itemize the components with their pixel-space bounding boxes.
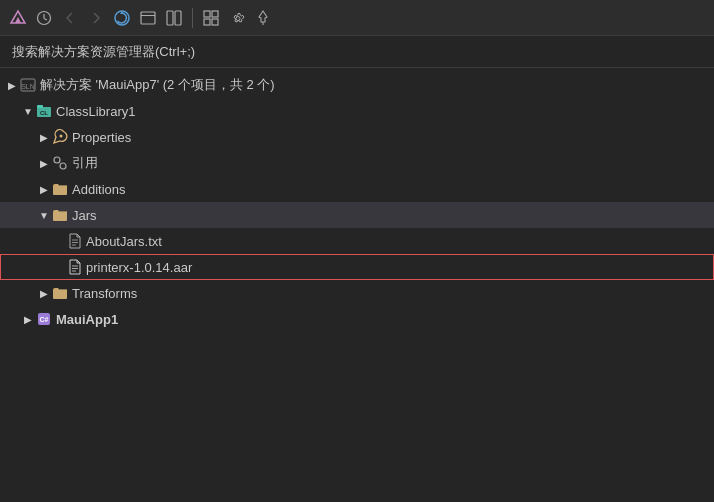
svg-rect-10 — [175, 11, 181, 25]
svg-point-22 — [60, 135, 63, 138]
svg-rect-11 — [204, 11, 210, 17]
svg-rect-13 — [204, 19, 210, 25]
mauiapp1-icon: C# — [36, 311, 52, 327]
printerx-file-icon — [68, 259, 82, 275]
chevron-transforms: ▶ — [36, 285, 52, 301]
refresh-icon[interactable] — [112, 8, 132, 28]
svg-point-23 — [54, 157, 60, 163]
svg-text:CL: CL — [40, 110, 48, 116]
vs-icon[interactable] — [8, 8, 28, 28]
tree-view: ▶ SLN 解决方案 'MauiApp7' (2 个项目，共 2 个) ▼ CL… — [0, 68, 714, 502]
chevron-solution: ▶ — [4, 77, 20, 93]
separator-1 — [192, 8, 193, 28]
tree-item-aboutjars[interactable]: ▶ AboutJars.txt — [0, 228, 714, 254]
properties-label: Properties — [72, 130, 131, 145]
svg-point-24 — [60, 163, 66, 169]
tree-item-solution[interactable]: ▶ SLN 解决方案 'MauiApp7' (2 个项目，共 2 个) — [0, 72, 714, 98]
wrench-icon — [52, 129, 68, 145]
tree-item-classlibrary1[interactable]: ▼ CL ClassLibrary1 — [0, 98, 714, 124]
transforms-label: Transforms — [72, 286, 137, 301]
additions-label: Additions — [72, 182, 125, 197]
tree-item-additions[interactable]: ▶ Additions — [0, 176, 714, 202]
chevron-properties: ▶ — [36, 129, 52, 145]
split-icon[interactable] — [164, 8, 184, 28]
svg-rect-14 — [212, 19, 218, 25]
svg-text:SLN: SLN — [21, 83, 35, 90]
chevron-jars: ▼ — [36, 207, 52, 223]
chevron-classlibrary1: ▼ — [20, 103, 36, 119]
printerx-label: printerx-1.0.14.aar — [86, 260, 192, 275]
references-icon — [52, 155, 68, 171]
svg-text:C#: C# — [40, 316, 49, 323]
svg-rect-7 — [141, 12, 155, 24]
chevron-additions: ▶ — [36, 181, 52, 197]
tree-item-properties[interactable]: ▶ Properties — [0, 124, 714, 150]
chevron-references: ▶ — [36, 155, 52, 171]
forward-icon[interactable] — [86, 8, 106, 28]
jars-label: Jars — [72, 208, 97, 223]
search-bar[interactable]: 搜索解决方案资源管理器(Ctrl+;) — [0, 36, 714, 68]
tree-item-jars[interactable]: ▼ Jars — [0, 202, 714, 228]
transforms-folder-icon — [52, 285, 68, 301]
pin-icon[interactable] — [253, 8, 273, 28]
svg-rect-8 — [141, 15, 155, 16]
references-label: 引用 — [72, 154, 98, 172]
tree-item-printerx[interactable]: ▶ printerx-1.0.14.aar — [0, 254, 714, 280]
additions-folder-icon — [52, 181, 68, 197]
grid-icon[interactable] — [201, 8, 221, 28]
svg-point-15 — [236, 16, 240, 20]
svg-marker-1 — [15, 17, 21, 23]
solution-icon: SLN — [20, 77, 36, 93]
tree-item-transforms[interactable]: ▶ Transforms — [0, 280, 714, 306]
svg-line-25 — [60, 163, 61, 164]
svg-rect-12 — [212, 11, 218, 17]
tree-item-mauiapp1[interactable]: ▶ C# MauiApp1 — [0, 306, 714, 332]
settings-icon[interactable] — [227, 8, 247, 28]
chevron-mauiapp1: ▶ — [20, 311, 36, 327]
tree-item-references[interactable]: ▶ 引用 — [0, 150, 714, 176]
classlibrary-icon: CL — [36, 103, 52, 119]
jars-folder-icon — [52, 207, 68, 223]
solution-label: 解决方案 'MauiApp7' (2 个项目，共 2 个) — [40, 76, 275, 94]
clock-icon[interactable] — [34, 8, 54, 28]
back-icon[interactable] — [60, 8, 80, 28]
svg-rect-9 — [167, 11, 173, 25]
aboutjars-file-icon — [68, 233, 82, 249]
classlibrary1-label: ClassLibrary1 — [56, 104, 135, 119]
svg-rect-20 — [37, 105, 43, 108]
mauiapp1-label: MauiApp1 — [56, 312, 118, 327]
search-label: 搜索解决方案资源管理器(Ctrl+;) — [12, 43, 195, 61]
svg-line-4 — [44, 18, 47, 20]
window-icon[interactable] — [138, 8, 158, 28]
aboutjars-label: AboutJars.txt — [86, 234, 162, 249]
toolbar — [0, 0, 714, 36]
